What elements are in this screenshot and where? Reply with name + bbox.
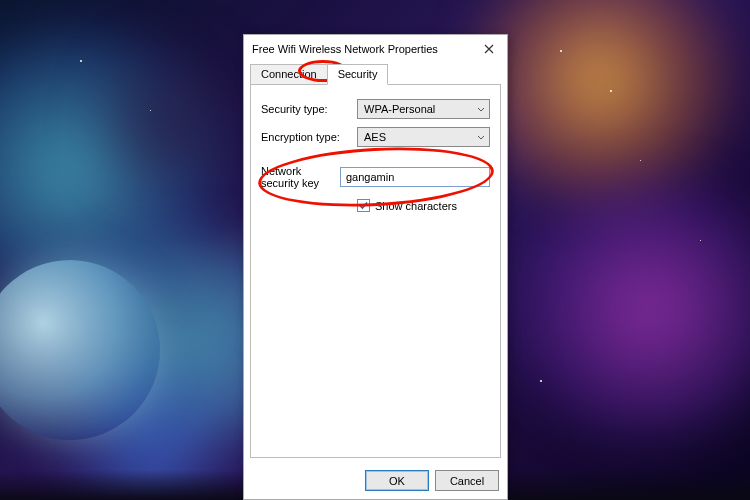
network-key-label: Network security key xyxy=(261,165,340,189)
tab-connection[interactable]: Connection xyxy=(250,64,328,84)
close-button[interactable] xyxy=(477,40,501,58)
check-icon xyxy=(358,200,369,211)
encryption-type-label: Encryption type: xyxy=(261,131,357,143)
cancel-button[interactable]: Cancel xyxy=(435,470,499,491)
show-characters-label: Show characters xyxy=(375,200,457,212)
ok-button[interactable]: OK xyxy=(365,470,429,491)
security-type-select[interactable]: WPA-Personal xyxy=(357,99,490,119)
encryption-type-select[interactable]: AES xyxy=(357,127,490,147)
security-panel: Security type: WPA-Personal Encryption t… xyxy=(250,84,501,458)
tab-strip: Connection Security xyxy=(244,60,507,84)
titlebar: Free Wifi Wireless Network Properties xyxy=(244,35,507,60)
button-bar: OK Cancel xyxy=(244,464,507,499)
encryption-type-value: AES xyxy=(364,131,386,143)
security-type-label: Security type: xyxy=(261,103,357,115)
network-properties-dialog: Free Wifi Wireless Network Properties Co… xyxy=(243,34,508,500)
show-characters-checkbox[interactable] xyxy=(357,199,370,212)
window-title: Free Wifi Wireless Network Properties xyxy=(252,43,438,55)
security-type-value: WPA-Personal xyxy=(364,103,435,115)
chevron-down-icon xyxy=(477,103,485,115)
chevron-down-icon xyxy=(477,131,485,143)
network-key-input[interactable] xyxy=(340,167,490,187)
close-icon xyxy=(484,44,494,54)
tab-security[interactable]: Security xyxy=(327,64,389,85)
